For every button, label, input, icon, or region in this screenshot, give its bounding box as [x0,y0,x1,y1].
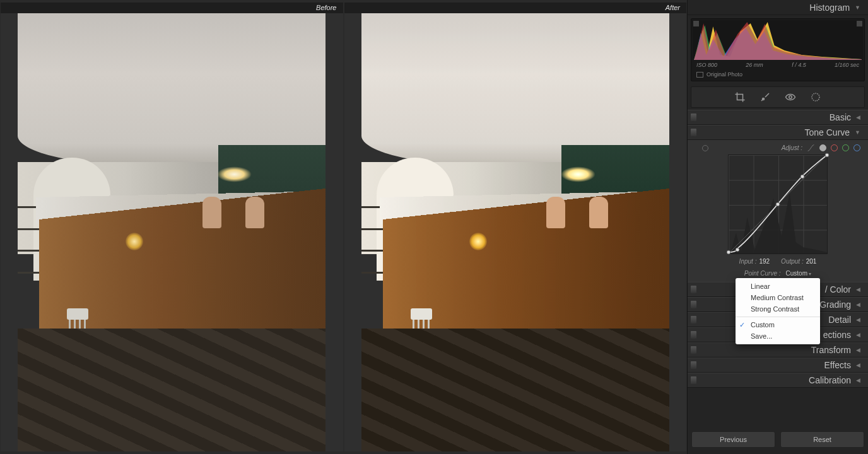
tone-curve-panel: Adjust : Inp [688,140,868,282]
chevron-left-icon: ◀ [856,114,860,120]
panel-switch-icon[interactable] [691,114,696,121]
chevron-left-icon: ◀ [856,347,860,353]
heal-tool-icon[interactable] [760,91,771,103]
histogram-header[interactable]: Histogram ▼ [688,0,868,15]
original-photo-label: Original Photo [693,69,863,79]
chevron-left-icon: ◀ [856,362,860,368]
before-image[interactable] [1,13,343,451]
input-label: Input : [739,258,757,265]
histogram-title: Histogram [809,3,850,13]
mask-tool-icon[interactable] [810,91,821,103]
transform-panel-header[interactable]: Transform ◀ [688,342,868,358]
target-adjust-icon[interactable] [702,145,708,151]
chevron-left-icon: ◀ [856,377,860,383]
menu-item-save[interactable]: Save... [736,330,820,342]
tool-strip [691,86,865,108]
effects-panel-header[interactable]: Effects ◀ [688,358,868,373]
corrections-title: ections [823,330,851,340]
blue-channel-icon[interactable] [853,144,860,151]
develop-sidebar: Histogram ▼ ISO 800 26 mm [687,0,868,454]
panel-switch-icon[interactable] [691,316,696,323]
panel-switch-icon[interactable] [691,346,696,354]
chevron-down-icon: ▼ [855,129,860,136]
effects-title: Effects [824,360,851,370]
histogram-panel: ISO 800 26 mm f / 4.5 1/160 sec Original… [688,15,868,84]
grading-title: Grading [819,300,851,310]
parametric-curve-icon[interactable] [807,144,815,152]
before-label: Before [1,3,343,13]
panel-switch-icon[interactable] [691,286,696,293]
output-value: 201 [806,258,817,265]
green-channel-icon[interactable] [842,144,849,151]
adjust-label: Adjust : [782,144,802,151]
tone-curve-panel-header[interactable]: Tone Curve ▼ [688,125,868,140]
panel-switch-icon[interactable] [691,301,696,308]
chevron-down-icon: ▼ [855,4,860,11]
tone-curve-chart[interactable] [728,154,828,254]
rgb-channel-icon[interactable] [819,144,826,151]
output-label: Output : [781,258,804,265]
exif-iso: ISO 800 [696,62,717,68]
chevron-left-icon: ◀ [856,301,860,308]
transform-title: Transform [811,345,851,355]
point-curve-menu: Linear Medium Contrast Strong Contrast C… [736,278,820,344]
exif-focal: 26 mm [746,62,763,68]
histogram-chart[interactable] [693,20,863,60]
panel-switch-icon[interactable] [691,376,696,384]
after-label: After [344,3,687,13]
red-channel-icon[interactable] [831,144,838,151]
detail-title: Detail [828,315,851,325]
crop-tool-icon[interactable] [734,91,746,103]
point-curve-dropdown[interactable]: Custom [786,270,812,277]
input-value: 192 [759,258,770,265]
exif-aperture: f / 4.5 [792,62,806,68]
reset-button[interactable]: Reset [780,431,864,448]
panel-switch-icon[interactable] [691,331,696,339]
redeye-tool-icon[interactable] [785,91,796,103]
point-curve-label: Point Curve : [744,270,781,277]
tone-curve-title: Tone Curve [804,127,850,137]
chevron-left-icon: ◀ [856,332,860,338]
exif-shutter: 1/160 sec [835,62,859,68]
menu-item-linear[interactable]: Linear [736,281,820,292]
calibration-panel-header[interactable]: Calibration ◀ [688,373,868,388]
previous-button[interactable]: Previous [691,431,775,448]
after-image[interactable] [344,13,687,451]
panel-switch-icon[interactable] [691,361,696,369]
basic-title: Basic [830,112,851,122]
chevron-left-icon: ◀ [856,317,860,323]
menu-item-custom[interactable]: Custom [736,319,820,330]
panel-switch-icon[interactable] [691,129,696,136]
basic-panel-header[interactable]: Basic ◀ [688,110,868,125]
before-pane: Before [1,3,343,451]
menu-item-strong-contrast[interactable]: Strong Contrast [736,303,820,315]
chevron-left-icon: ◀ [856,286,860,293]
svg-point-2 [812,93,819,101]
menu-item-medium-contrast[interactable]: Medium Contrast [736,292,820,303]
after-pane: After [344,3,687,451]
calibration-title: Calibration [809,375,851,385]
svg-point-1 [789,96,792,99]
preview-area: Before After [0,0,687,454]
color-title: / Color [825,284,851,294]
